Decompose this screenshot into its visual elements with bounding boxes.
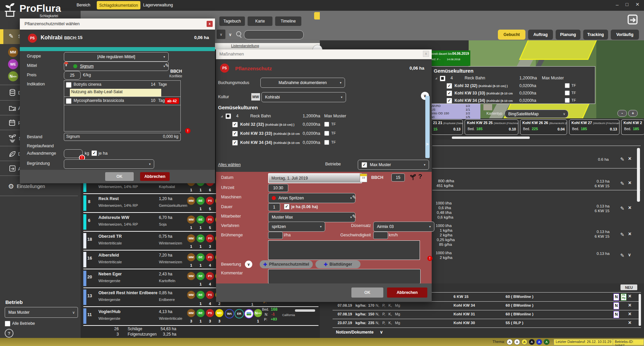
close-icon[interactable]: x xyxy=(207,21,213,27)
duesensatz-select[interactable]: Airmix 03▼ xyxy=(373,222,434,232)
sidebar-circle-we[interactable]: WE xyxy=(8,59,18,69)
growth-stage-icon[interactable] xyxy=(410,173,416,181)
culture-card[interactable]: Kohl KW 2 Bed. 185 xyxy=(621,119,644,135)
add-blattduenger-button[interactable]: ✚ Blattdünger xyxy=(315,260,360,268)
indication-checkbox[interactable] xyxy=(66,82,72,88)
tree-child-checkbox[interactable]: ✓ xyxy=(446,83,452,89)
delete-icon[interactable]: × xyxy=(628,302,631,308)
listendarstellung-link[interactable]: Listendarstellung xyxy=(231,44,259,48)
abbrechen-button[interactable]: Abbrechen xyxy=(387,287,427,298)
tree-child-checkbox[interactable]: ✓ xyxy=(232,122,238,127)
delete-icon[interactable]: × xyxy=(628,293,631,299)
export-icon[interactable] xyxy=(626,14,639,25)
delete-icon[interactable]: × xyxy=(628,320,631,326)
tagebuch-button[interactable]: Tagebuch xyxy=(219,16,245,26)
tree-child-checkbox[interactable]: ✓ xyxy=(446,90,452,96)
theme-circle[interactable]: A xyxy=(521,339,527,345)
edit-icon[interactable]: ✎ xyxy=(352,214,356,220)
dauer-je-ha-checkbox[interactable]: ✓ xyxy=(284,204,290,209)
tab-bereich[interactable]: Bereich xyxy=(77,3,90,7)
pk-document-icon[interactable]: PKMg xyxy=(621,294,627,301)
mw-box[interactable]: MW xyxy=(251,93,260,101)
help-icon[interactable]: ? xyxy=(5,329,13,338)
help-icon[interactable]: ? xyxy=(418,173,422,180)
tf-checkbox[interactable] xyxy=(565,98,570,103)
theme-circle[interactable]: A xyxy=(544,339,550,345)
bestand-field[interactable]: Signum 0,000 kg xyxy=(64,133,181,141)
tree-scrollbar[interactable] xyxy=(425,96,430,158)
culture-card[interactable]: Kohl KW 27 (Weißkohl (Frischmarkt)) Bed.… xyxy=(569,119,619,135)
filter-tracking-button[interactable]: Tracking xyxy=(583,30,608,40)
tree-child-checkbox[interactable]: ✓ xyxy=(232,140,238,146)
dialog-titlebar[interactable]: Pflanzenschutzmittel wählen x xyxy=(20,18,215,30)
tree-expander-icon[interactable]: ◢ xyxy=(221,115,223,118)
sidebar-circle-mm[interactable]: MM xyxy=(8,47,18,57)
karte-button[interactable]: Karte xyxy=(248,16,272,26)
alle-betriebe-checkbox[interactable] xyxy=(5,321,10,326)
geschwindigkeit-input[interactable] xyxy=(373,232,388,239)
tf-checkbox[interactable] xyxy=(565,83,570,88)
je-ha-checkbox[interactable]: ✓ xyxy=(91,150,97,156)
culture-card[interactable]: Kohl KW 25 25 (Weißkohl (Frischmarkt)) B… xyxy=(465,119,518,135)
cards-h-scrollbar[interactable] xyxy=(452,137,530,139)
gruppe-select[interactable]: [Alle regulären Mittel]▼ xyxy=(64,52,169,62)
datum-input[interactable]: Montag, 1. Juli 2019 xyxy=(268,173,362,183)
filter-dropdown-button[interactable]: ∨ xyxy=(217,30,225,39)
delete-icon[interactable]: × xyxy=(628,205,631,211)
calendar-picker-icon[interactable]: 15 xyxy=(360,174,367,182)
culture-card[interactable]: 21 21 (Kopfsalat (Salate)) 15 0.13 xyxy=(431,119,463,135)
filter-auftrag-button[interactable]: Auftrag xyxy=(528,30,553,40)
field-row[interactable]: 11 Vogler/Hub Wintergerste 4,13 ha Winte… xyxy=(81,308,320,326)
edit-icon[interactable]: ✎ xyxy=(352,194,356,200)
n-document-icon[interactable]: N xyxy=(613,294,619,301)
kultur-select[interactable]: Kohlrabi▼ xyxy=(261,92,346,102)
tab-lagerverwaltung[interactable]: Lagerverwaltung xyxy=(143,3,173,7)
edit-icon[interactable]: ✎ xyxy=(620,253,625,259)
edit-icon[interactable]: ✎ xyxy=(620,156,625,162)
maschinen-select[interactable]: Arion Spritzen▼ xyxy=(268,193,355,203)
preis-input[interactable]: 25 xyxy=(64,71,81,80)
uhrzeit-input[interactable]: 10:30 xyxy=(268,184,288,192)
kommentar-input[interactable] xyxy=(268,269,421,284)
tree-parent-checkbox[interactable] xyxy=(440,76,445,81)
filter-planung-button[interactable]: Planung xyxy=(556,30,581,40)
bewertung-expand-button[interactable]: ∨ xyxy=(245,261,252,268)
betriebe-select[interactable]: ✓ Max Muster▼ xyxy=(358,160,429,170)
theme-circle[interactable]: A xyxy=(529,339,535,345)
delete-icon[interactable]: × xyxy=(628,180,631,186)
search-input[interactable] xyxy=(244,30,304,39)
indikation-listbox[interactable]: Botrytis cinerea 14 Tage Nutzung als Bab… xyxy=(64,80,181,131)
edit-icon[interactable]: ✎ xyxy=(620,181,625,187)
mittel-select[interactable]: Signum▼ xyxy=(64,62,169,71)
buchungsmodus-select[interactable]: Maßnahme dokumentieren▼ xyxy=(260,78,345,88)
delete-icon[interactable]: × xyxy=(628,311,631,317)
filter-gebucht-button[interactable]: Gebucht xyxy=(498,30,525,40)
scroll-more-arrow[interactable]: > xyxy=(426,142,429,147)
theme-circle[interactable]: A xyxy=(514,339,520,345)
add-pflanzenschutzmittel-button[interactable]: ✚ Pflanzenschutzmittel xyxy=(260,260,313,268)
list-h-scrollbar[interactable] xyxy=(295,309,315,312)
n-document-icon[interactable]: N xyxy=(613,311,619,318)
n-document-icon[interactable]: N xyxy=(613,302,619,309)
edit-icon[interactable]: ✎ xyxy=(165,63,169,69)
kartentyp-select[interactable]: BingSatelliteMap∨ xyxy=(505,110,568,118)
theme-circle[interactable]: A xyxy=(536,339,542,345)
bbch-input[interactable]: 15 xyxy=(391,174,405,182)
alles-waehlen-link[interactable]: Alles wählen xyxy=(218,162,241,167)
begruendung-select[interactable]: ▼ xyxy=(64,159,154,169)
window-minimize-icon[interactable]: – xyxy=(616,2,618,7)
ok-button[interactable]: OK xyxy=(351,287,383,298)
culture-card[interactable]: Kohl KW 26 26 (Blumenkohl (6er)) Bed. 22… xyxy=(520,119,567,135)
tf-checkbox[interactable] xyxy=(324,122,329,127)
sidebar-item-einstellungen[interactable]: ⚙ Einstellungen xyxy=(0,182,81,193)
chevron-down-icon[interactable]: ∨ xyxy=(628,252,631,257)
sidebar-circle-nmin[interactable]: Nmin xyxy=(8,71,18,81)
tree-expander-icon[interactable]: ◢ xyxy=(435,77,437,80)
dauer-input[interactable]: 1 xyxy=(268,203,280,211)
filter-vorlaeufig-button[interactable]: Vorläufig xyxy=(611,30,639,40)
bruehmenge-input[interactable] xyxy=(268,232,283,239)
fert-v-scrollbar[interactable] xyxy=(639,294,641,326)
betrieb-select[interactable]: Max Muster∨ xyxy=(5,307,78,318)
indication-checkbox[interactable] xyxy=(66,98,72,104)
edit-icon[interactable]: ✎ xyxy=(620,232,625,238)
